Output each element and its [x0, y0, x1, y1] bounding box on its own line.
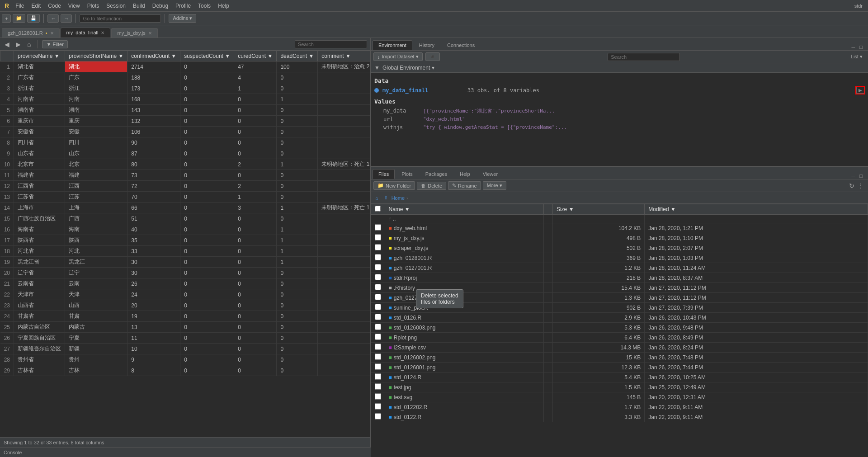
tab-environment[interactable]: Environment: [373, 40, 412, 50]
clear-env-btn[interactable]: ◾: [425, 52, 440, 61]
col-comment[interactable]: comment ▼: [318, 51, 370, 61]
file-checkbox[interactable]: [375, 274, 381, 280]
more-btn[interactable]: More ▾: [483, 181, 506, 190]
file-checkbox[interactable]: [375, 344, 381, 350]
tab-myjs[interactable]: my_js_dxy.js ✕: [111, 28, 157, 38]
env-search-input[interactable]: [608, 53, 680, 61]
rename-btn[interactable]: ✎ Rename: [448, 181, 481, 190]
file-checkbox[interactable]: [375, 304, 381, 310]
files-minimize-btn[interactable]: ─: [850, 173, 857, 179]
tab-plots[interactable]: Plots: [396, 169, 418, 179]
file-checkbox[interactable]: [375, 373, 381, 380]
addins-btn[interactable]: Addins ▾: [169, 14, 196, 23]
up-btn[interactable]: ⇧: [382, 194, 390, 201]
col-suspectedcount[interactable]: suspectedCount ▼: [180, 51, 234, 61]
col-deadcount[interactable]: deadCount ▼: [277, 51, 318, 61]
file-list-item[interactable]: ■gzh_0128001.R369 BJan 28, 2020, 1:03 PM: [371, 253, 868, 263]
tab-connections[interactable]: Connections: [441, 40, 481, 50]
file-list-item[interactable]: ■Rplot.png6.4 KBJan 26, 2020, 8:49 PM: [371, 333, 868, 343]
file-checkbox[interactable]: [375, 254, 381, 260]
filter-btn[interactable]: ▼ Filter: [42, 40, 67, 48]
file-list-item[interactable]: ↑ ..: [371, 215, 868, 223]
home-btn[interactable]: ⌂: [373, 195, 380, 201]
tab-gzh[interactable]: gzh_0128001.R • ✕: [2, 28, 60, 38]
file-checkbox[interactable]: [375, 244, 381, 250]
file-checkbox[interactable]: [375, 334, 381, 340]
col-modified[interactable]: Modified ▼: [645, 204, 868, 215]
menu-plots[interactable]: Plots: [84, 2, 103, 10]
file-checkbox[interactable]: [375, 353, 381, 360]
col-curedcount[interactable]: curedCount ▼: [234, 51, 277, 61]
go-to-file-input[interactable]: [80, 14, 161, 23]
tab-packages[interactable]: Packages: [420, 169, 453, 179]
file-list-item[interactable]: ■my_js_dxy.js498 BJan 28, 2020, 1:10 PM: [371, 233, 868, 243]
file-list-item[interactable]: ■std_0126003.png5.3 KBJan 26, 2020, 9:48…: [371, 323, 868, 333]
file-list-item[interactable]: ■stdr.Rproj218 BJan 28, 2020, 8:37 AM: [371, 273, 868, 283]
env-minimize-btn[interactable]: ─: [850, 44, 857, 50]
files-refresh-btn[interactable]: ↻: [849, 182, 854, 189]
menu-view[interactable]: View: [65, 2, 84, 10]
expand-data-btn[interactable]: ▶: [856, 87, 864, 94]
select-all-checkbox[interactable]: [375, 206, 381, 212]
file-list-item[interactable]: ■std_012202.R1.7 KBJan 22, 2020, 9:11 AM: [371, 402, 868, 412]
save-btn[interactable]: 💾: [27, 14, 40, 23]
new-folder-btn[interactable]: 📁 New Folder: [373, 181, 415, 190]
redo-btn[interactable]: →: [61, 14, 72, 23]
file-list-item[interactable]: ■std_0122.R3.3 KBJan 22, 2020, 9:11 AM: [371, 412, 868, 422]
tab-myjs-close[interactable]: ✕: [148, 31, 152, 36]
menu-session[interactable]: Session: [103, 2, 129, 10]
file-list-item[interactable]: ■test.jpg1.5 KBJan 25, 2020, 12:49 AM: [371, 382, 868, 392]
file-checkbox[interactable]: [375, 294, 381, 300]
back-btn[interactable]: ◀: [3, 40, 11, 48]
file-list-item[interactable]: ■i2Sample.csv14.3 MBJan 26, 2020, 8:24 P…: [371, 343, 868, 353]
menu-help[interactable]: Help: [214, 2, 233, 10]
tab-files[interactable]: Files: [373, 169, 395, 179]
file-checkbox[interactable]: [375, 314, 381, 320]
col-size[interactable]: Size ▼: [552, 204, 644, 215]
open-file-btn[interactable]: 📁: [13, 14, 25, 23]
list-btn[interactable]: List ▾: [848, 53, 865, 61]
file-checkbox[interactable]: [375, 284, 381, 290]
file-list-item[interactable]: ■dxy_web.html104.2 KBJan 28, 2020, 1:21 …: [371, 223, 868, 233]
col-provincename[interactable]: provinceName ▼: [14, 51, 65, 61]
tab-help[interactable]: Help: [454, 169, 476, 179]
file-checkbox[interactable]: [375, 393, 381, 400]
col-confirmedcount[interactable]: confirmedCount ▼: [127, 51, 180, 61]
file-checkbox[interactable]: [375, 324, 381, 330]
home-data-btn[interactable]: ⌂: [25, 40, 33, 48]
file-checkbox[interactable]: [375, 264, 381, 270]
file-checkbox[interactable]: [375, 363, 381, 370]
file-list-item[interactable]: ■std_0126002.png15 KBJan 26, 2020, 7:48 …: [371, 353, 868, 363]
tab-gzh-close[interactable]: ✕: [50, 31, 54, 36]
tab-mydata-close[interactable]: ✕: [101, 30, 104, 35]
menu-debug[interactable]: Debug: [149, 2, 172, 10]
menu-edit[interactable]: Edit: [28, 2, 44, 10]
path-home[interactable]: Home: [392, 195, 405, 201]
files-maximize-btn[interactable]: □: [858, 173, 864, 179]
col-provinceshortname[interactable]: provinceShortName ▼: [65, 51, 127, 61]
tab-history[interactable]: History: [413, 40, 440, 50]
file-list-item[interactable]: ■std_0124.R5.4 KBJan 26, 2020, 10:25 AM: [371, 372, 868, 382]
file-list-item[interactable]: ■test.svg145 BJan 20, 2020, 12:31 AM: [371, 392, 868, 402]
table-search-input[interactable]: [295, 40, 367, 48]
forward-btn[interactable]: ▶: [14, 40, 23, 48]
delete-btn[interactable]: 🗑 Delete: [417, 182, 446, 190]
files-options-btn[interactable]: ⋮: [856, 183, 865, 189]
tab-viewer[interactable]: Viewer: [477, 169, 504, 179]
col-name[interactable]: Name ▼: [385, 204, 543, 215]
menu-tools[interactable]: Tools: [194, 2, 214, 10]
file-checkbox[interactable]: [375, 403, 381, 410]
menu-code[interactable]: Code: [44, 2, 65, 10]
file-list-item[interactable]: ■gzh_0127001.R1.2 KBJan 28, 2020, 11:24 …: [371, 263, 868, 273]
new-file-btn[interactable]: +: [2, 14, 11, 23]
file-checkbox[interactable]: [375, 234, 381, 240]
env-maximize-btn[interactable]: □: [858, 44, 864, 50]
file-checkbox[interactable]: [375, 413, 381, 419]
file-checkbox[interactable]: [375, 383, 381, 390]
file-list-item[interactable]: ■scraper_dxy.js502 BJan 28, 2020, 2:07 P…: [371, 243, 868, 253]
menu-profile[interactable]: Profile: [172, 2, 194, 10]
menu-file[interactable]: File: [12, 2, 28, 10]
file-list-item[interactable]: ■std_0126001.png12.3 KBJan 26, 2020, 7:4…: [371, 363, 868, 372]
undo-btn[interactable]: ←: [47, 14, 59, 23]
tab-mydata[interactable]: my_data_finall ✕: [61, 28, 111, 38]
